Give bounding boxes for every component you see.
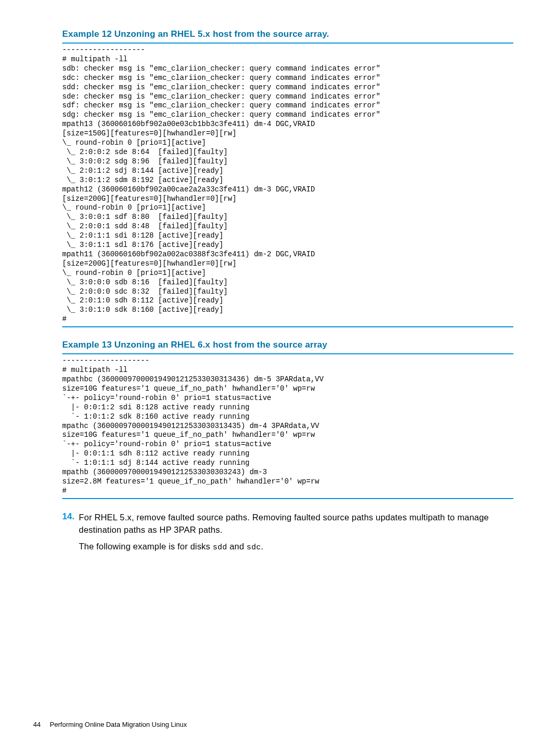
code-run: sdd (213, 543, 227, 552)
text-run: The following example is for disks (79, 542, 213, 551)
example-12-heading: Example 12 Unzoning an RHEL 5.x host fro… (62, 29, 513, 39)
example-13-heading: Example 13 Unzoning an RHEL 6.x host fro… (62, 340, 513, 350)
step-14: 14. For RHEL 5.x, remove faulted source … (62, 512, 513, 558)
page-footer: 44 Performing Online Data Migration Usin… (33, 721, 187, 728)
text-run: . (261, 542, 263, 551)
example-12-code: ------------------- # multipath -ll sdb:… (62, 44, 513, 326)
example-13-code: -------------------- # multipath -ll mpa… (62, 354, 513, 498)
page-number: 44 (33, 721, 40, 728)
step-body: For RHEL 5.x, remove faulted source path… (79, 512, 513, 558)
footer-title: Performing Online Data Migration Using L… (50, 721, 187, 728)
text-run: and (227, 542, 247, 551)
step-14-para-2: The following example is for disks sdd a… (79, 541, 513, 554)
divider (62, 498, 513, 499)
step-number: 14. (62, 512, 79, 558)
code-run: sdc (247, 543, 261, 552)
example-12-block: Example 12 Unzoning an RHEL 5.x host fro… (62, 29, 513, 327)
example-13-block: Example 13 Unzoning an RHEL 6.x host fro… (62, 340, 513, 499)
step-14-para-1: For RHEL 5.x, remove faulted source path… (79, 512, 513, 536)
